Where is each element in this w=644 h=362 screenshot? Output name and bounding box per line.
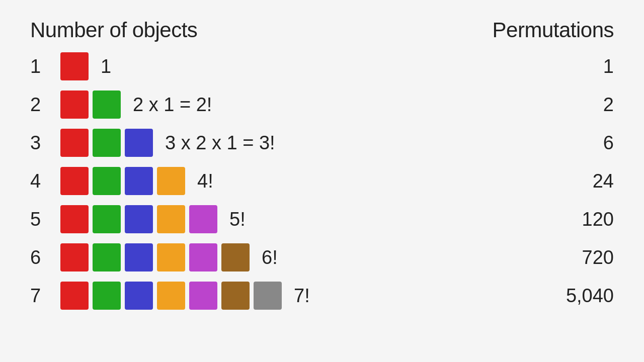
row-permutation: 720: [564, 247, 614, 268]
color-square: [60, 205, 89, 233]
color-square: [60, 52, 89, 80]
color-square: [93, 282, 121, 310]
color-square: [254, 282, 282, 310]
table-row: 44!24: [30, 162, 614, 200]
rows-container: 11122 x 1 = 2!233 x 2 x 1 = 3!644!2455!1…: [0, 47, 644, 315]
color-square: [157, 243, 185, 272]
color-square: [157, 205, 185, 233]
color-square: [93, 90, 121, 119]
row-number: 1: [30, 56, 55, 77]
row-number: 5: [30, 209, 55, 230]
color-square: [125, 167, 153, 195]
row-number: 2: [30, 94, 55, 116]
color-square: [125, 205, 153, 233]
row-formula: 7!: [294, 285, 310, 307]
row-number: 6: [30, 247, 55, 268]
color-square: [189, 205, 217, 233]
row-formula: 2 x 1 = 2!: [133, 94, 212, 116]
page-title: Number of objects: [30, 18, 197, 42]
row-permutation: 6: [564, 132, 614, 154]
color-square: [125, 243, 153, 272]
table-row: 22 x 1 = 2!2: [30, 85, 614, 124]
row-number: 7: [30, 285, 55, 307]
color-square: [93, 205, 121, 233]
permutations-header: Permutations: [493, 18, 614, 42]
table-row: 66!720: [30, 238, 614, 277]
color-square: [93, 167, 121, 195]
color-square: [60, 167, 89, 195]
row-number: 4: [30, 170, 55, 192]
row-permutation: 1: [564, 56, 614, 77]
row-permutation: 24: [564, 170, 614, 192]
table-row: 33 x 2 x 1 = 3!6: [30, 124, 614, 162]
row-number: 3: [30, 132, 55, 154]
color-square: [93, 129, 121, 157]
color-square: [157, 167, 185, 195]
row-formula: 4!: [197, 170, 213, 192]
row-permutation: 5,040: [564, 285, 614, 307]
color-square: [60, 243, 89, 272]
color-square: [125, 282, 153, 310]
color-square: [221, 282, 250, 310]
row-formula: 5!: [229, 209, 246, 230]
table-row: 111: [30, 47, 614, 85]
color-square: [189, 243, 217, 272]
table-row: 55!120: [30, 200, 614, 238]
color-square: [157, 282, 185, 310]
color-square: [60, 90, 89, 119]
row-formula: 6!: [262, 247, 278, 268]
row-formula: 1: [101, 56, 111, 77]
row-formula: 3 x 2 x 1 = 3!: [165, 132, 275, 154]
color-square: [125, 129, 153, 157]
color-square: [221, 243, 250, 272]
color-square: [189, 282, 217, 310]
table-row: 77!5,040: [30, 277, 614, 315]
color-square: [60, 129, 89, 157]
row-permutation: 120: [564, 209, 614, 230]
color-square: [60, 282, 89, 310]
color-square: [93, 243, 121, 272]
row-permutation: 2: [564, 94, 614, 116]
